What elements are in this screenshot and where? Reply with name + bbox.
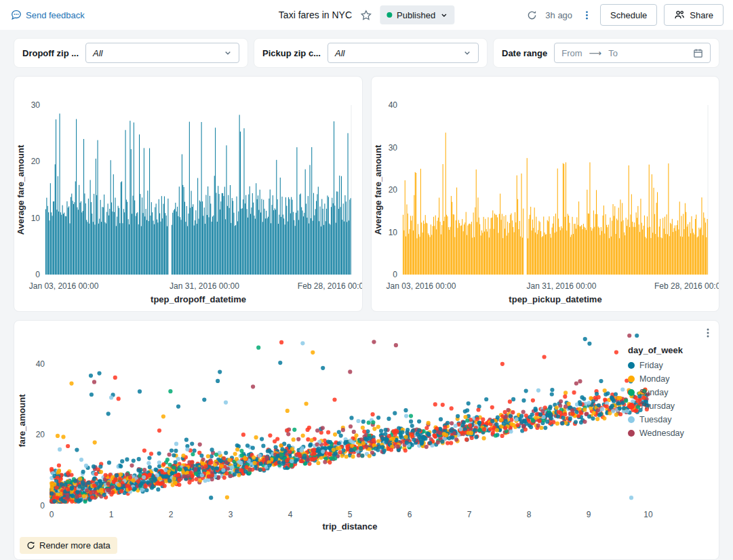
share-people-icon (674, 9, 685, 20)
y-tick-label: 0 (393, 270, 397, 279)
legend-dot (628, 389, 635, 396)
date-range-input[interactable]: From ⟶ To (554, 43, 711, 63)
dashboard-page: Send feedback Taxi fares in NYC Publishe… (0, 0, 733, 560)
refresh-icon (26, 541, 35, 550)
x-tick-label: 5 (348, 510, 353, 519)
y-tick-label: 10 (31, 214, 41, 223)
dropoff-filter-label: Dropoff zip ... (22, 48, 79, 58)
legend-dot (628, 430, 635, 437)
render-more-data-button[interactable]: Render more data (20, 537, 117, 554)
refresh-icon (527, 10, 537, 20)
x-axis-title: tpep_dropoff_datetime (151, 294, 246, 304)
x-tick-label: Feb 28, 2016 00:00 (298, 281, 362, 291)
y-tick-label: 30 (31, 100, 41, 110)
dropoff-filter-select[interactable]: All (85, 43, 239, 63)
legend-label: Sunday (639, 388, 668, 397)
feedback-bubble-icon (11, 9, 22, 20)
render-more-label: Render more data (39, 540, 111, 551)
legend-item-monday[interactable]: Monday (628, 374, 719, 384)
x-tick-label: 10 (643, 510, 653, 519)
published-dot (387, 12, 392, 18)
y-tick-label: 0 (40, 501, 45, 511)
legend-title: day_of_week (628, 345, 719, 355)
x-tick-label: 7 (467, 510, 472, 519)
legend-dot (628, 416, 635, 423)
fare-distance-scatter-chart[interactable]: 02040012345678910trip_distancefare_amoun… (14, 321, 719, 559)
schedule-label: Schedule (610, 10, 647, 20)
pickup-bar-chart[interactable]: 010203040Jan 03, 2016 00:00Jan 31, 2016 … (372, 77, 719, 311)
x-tick-label: 1 (109, 510, 114, 519)
star-icon (360, 9, 372, 21)
legend-item-wednesday[interactable]: Wednesday (628, 428, 719, 438)
legend-label: Thursday (639, 401, 675, 411)
x-tick-label: 6 (408, 510, 412, 519)
x-tick-label: 0 (49, 510, 54, 519)
legend-item-tuesday[interactable]: Tuesday (628, 415, 719, 424)
kebab-icon (702, 327, 713, 338)
x-tick-label: Jan 31, 2016 00:00 (170, 281, 239, 291)
y-axis-title: fare_amount (17, 394, 27, 447)
x-tick-label: 2 (169, 510, 174, 519)
x-tick-label: 8 (527, 510, 532, 519)
x-tick-label: 4 (288, 510, 293, 519)
y-tick-label: 0 (35, 270, 40, 279)
date-range-label: Date range (502, 48, 547, 58)
filter-pickup-zip: Pickup zip c... All (254, 38, 488, 68)
date-from-placeholder: From (561, 48, 582, 58)
send-feedback-label: Send feedback (26, 10, 85, 20)
x-tick-label: 3 (229, 510, 233, 519)
y-tick-label: 40 (36, 359, 45, 369)
legend-item-thursday[interactable]: Thursday (628, 401, 719, 411)
header-kebab-menu[interactable] (580, 9, 593, 22)
legend-item-friday[interactable]: Friday (628, 361, 719, 370)
scatter-legend: day_of_weekFridayMondaySundayThursdayTue… (628, 345, 719, 438)
legend-label: Tuesday (639, 415, 671, 424)
y-axis-title: Average fare_amount (16, 144, 26, 235)
x-tick-label: Jan 03, 2016 00:00 (29, 281, 99, 291)
chevron-down-icon (463, 49, 471, 57)
legend-label: Friday (639, 361, 663, 370)
dropoff-chart-card: 0102030Jan 03, 2016 00:00Jan 31, 2016 00… (14, 76, 363, 312)
pickup-filter-value: All (335, 48, 458, 58)
refresh-button[interactable] (526, 9, 538, 22)
pickup-filter-select[interactable]: All (328, 43, 479, 63)
y-tick-label: 30 (389, 143, 398, 153)
pickup-chart-card: 010203040Jan 03, 2016 00:00Jan 31, 2016 … (371, 76, 719, 312)
legend-dot (628, 403, 635, 409)
legend-label: Monday (639, 374, 669, 384)
dropoff-bar-chart[interactable]: 0102030Jan 03, 2016 00:00Jan 31, 2016 00… (14, 77, 362, 311)
calendar-icon (693, 48, 703, 58)
y-tick-label: 20 (389, 185, 398, 195)
x-tick-label: Feb 28, 2016 00:00 (654, 281, 719, 291)
schedule-button[interactable]: Schedule (600, 4, 657, 26)
pickup-filter-label: Pickup zip c... (262, 48, 321, 58)
favorite-star-button[interactable] (359, 8, 373, 22)
kebab-icon (582, 10, 592, 20)
chevron-down-icon (224, 49, 232, 57)
dashboard-title: Taxi fares in NYC (279, 9, 352, 20)
y-tick-label: 10 (389, 228, 398, 237)
last-refreshed-label: 3h ago (545, 10, 572, 20)
y-tick-label: 20 (31, 157, 41, 166)
scatter-kebab-menu[interactable] (701, 326, 715, 340)
x-tick-label: Jan 03, 2016 00:00 (387, 281, 456, 291)
send-feedback-link[interactable]: Send feedback (11, 9, 85, 20)
share-button[interactable]: Share (664, 4, 724, 26)
y-axis-title: Average fare_amount (373, 144, 383, 235)
publish-status-dropdown[interactable]: Published (380, 5, 454, 24)
publish-status-label: Published (397, 10, 435, 20)
top-bar: Send feedback Taxi fares in NYC Publishe… (0, 0, 733, 30)
legend-dot (628, 376, 635, 382)
header-actions: 3h ago Schedule Share (526, 4, 724, 26)
x-tick-label: 9 (587, 510, 591, 519)
share-label: Share (690, 10, 713, 20)
x-tick-label: Jan 31, 2016 00:00 (527, 281, 597, 291)
dropoff-filter-value: All (93, 48, 218, 58)
legend-item-sunday[interactable]: Sunday (628, 388, 719, 397)
chevron-down-icon (440, 12, 448, 19)
date-arrow: ⟶ (589, 48, 602, 58)
scatter-chart-card: 02040012345678910trip_distancefare_amoun… (14, 320, 719, 560)
y-tick-label: 20 (36, 430, 45, 439)
y-tick-label: 40 (389, 100, 398, 110)
legend-dot (628, 362, 635, 369)
